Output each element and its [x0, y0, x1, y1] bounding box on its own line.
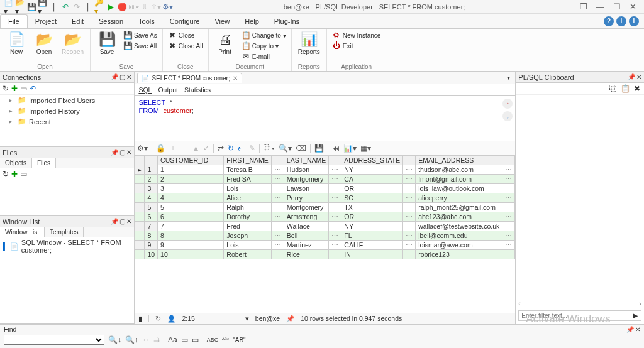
pin-icon[interactable]: 📌 [111, 149, 118, 156]
row-selector[interactable] [135, 250, 145, 259]
cell-menu-icon[interactable]: ⋯ [502, 193, 515, 203]
cell-menu-icon[interactable]: ⋯ [329, 212, 341, 222]
table-row[interactable]: ▸11Teresa B⋯Hudson⋯NY⋯thudson@abc.com⋯ [135, 165, 515, 175]
cell-menu-icon[interactable]: ⋯ [403, 175, 416, 184]
cell[interactable]: Hudson [284, 165, 328, 175]
run-icon[interactable]: ▶ [106, 2, 116, 12]
edit-icon[interactable]: ✎ [249, 144, 255, 153]
expand-icon[interactable]: ▭ [20, 170, 27, 178]
row-selector[interactable] [135, 241, 145, 250]
cell[interactable]: wallacef@testwebsite.co.uk [416, 222, 502, 231]
column-header[interactable]: CUSTOMER_ID [158, 156, 211, 165]
cell[interactable]: robrice123 [416, 250, 502, 259]
cell-menu-icon[interactable]: ⋯ [329, 231, 341, 241]
cell[interactable]: Lois [224, 241, 272, 250]
cell-menu-icon[interactable] [211, 222, 224, 231]
row-selector[interactable] [135, 193, 145, 203]
maximize-icon[interactable]: ☐ [611, 2, 623, 11]
query-icon[interactable]: 🔍▾ [279, 144, 292, 153]
match-case-icon[interactable]: Aa [168, 335, 177, 344]
find-input[interactable] [4, 335, 104, 345]
cell[interactable]: 1 [158, 165, 211, 175]
cell-menu-icon[interactable]: ⋯ [502, 250, 515, 259]
dock-icon[interactable]: ▢ [119, 218, 125, 225]
regex-icon[interactable]: ▭ [181, 335, 188, 344]
column-header[interactable]: EMAIL_ADDRESS [416, 156, 502, 165]
cell[interactable]: 4 [158, 193, 211, 203]
cell-menu-icon[interactable]: ⋯ [403, 250, 416, 259]
chart-icon[interactable]: 📊▾ [343, 144, 357, 153]
cell[interactable]: 3 [158, 184, 211, 193]
opt-quote-icon[interactable]: "AB" [233, 337, 245, 344]
tab-templates[interactable]: Templates [45, 227, 84, 237]
cell-menu-icon[interactable]: ⋯ [502, 165, 515, 175]
email-button[interactable]: ✉E-mail [240, 52, 287, 62]
tab-close-icon[interactable]: ✕ [233, 75, 238, 82]
table-row[interactable]: 33Lois⋯Lawson⋯OR⋯lois_law@outlook.com⋯ [135, 184, 515, 193]
sql-down-icon[interactable]: ↓ [502, 111, 513, 121]
add-row-icon[interactable]: ＋ [169, 143, 177, 153]
cell[interactable]: Dorothy [224, 212, 272, 222]
cell[interactable]: 9 [158, 241, 211, 250]
help-icon[interactable]: ? [604, 16, 614, 26]
result-grid[interactable]: CUSTOMER_ID⋯FIRST_NAME⋯LAST_NAME⋯ADDRESS… [135, 155, 515, 313]
replace-all-icon[interactable]: ⇉ [153, 335, 160, 344]
print-button[interactable]: 🖨Print [213, 30, 238, 57]
status-refresh-icon[interactable]: ↻ [155, 315, 161, 322]
cell-menu-icon[interactable]: ⋯ [502, 222, 515, 231]
cell-menu-icon[interactable]: ⋯ [403, 241, 416, 250]
row-selector[interactable] [135, 231, 145, 241]
cell[interactable]: Ralph [224, 203, 272, 212]
child-restore-icon[interactable]: ❐ [577, 2, 590, 11]
clear-clip-icon[interactable]: ✖ [634, 84, 640, 93]
subtab-statistics[interactable]: Statistics [184, 86, 211, 94]
cell-menu-icon[interactable]: ⋯ [502, 175, 515, 184]
row-selector[interactable] [135, 222, 145, 231]
cell-menu-icon[interactable]: ⋯ [502, 184, 515, 193]
new-file-icon[interactable]: 📄▾ [4, 2, 14, 12]
column-menu-icon[interactable]: ⋯ [211, 156, 224, 165]
clip-scroll[interactable]: ‹› [516, 298, 644, 308]
cell[interactable]: aliceperry [416, 193, 502, 203]
change-to-button[interactable]: 📋Change to▾ [240, 30, 287, 40]
copy-icon[interactable]: ⿻ [609, 84, 617, 93]
menu-tools[interactable]: Tools [131, 15, 162, 28]
expand-icon[interactable]: ▸ [9, 107, 15, 115]
table-row[interactable]: 44Alice⋯Perry⋯SC⋯aliceperry⋯ [135, 193, 515, 203]
tab-objects[interactable]: Objects [0, 158, 32, 168]
cell-menu-icon[interactable]: ⋯ [502, 241, 515, 250]
save-dd-icon[interactable]: 💾▾ [38, 2, 48, 12]
dock-icon[interactable]: ▢ [119, 73, 125, 80]
cell-menu-icon[interactable]: ⋯ [502, 231, 515, 241]
cell[interactable]: 6 [158, 212, 211, 222]
close-panel-icon[interactable]: ✕ [126, 149, 131, 156]
cell-menu-icon[interactable]: ⋯ [329, 250, 341, 259]
cell-menu-icon[interactable]: ⋯ [271, 175, 284, 184]
find-next-icon[interactable]: 🔍↓ [108, 335, 121, 344]
cell[interactable]: Rice [284, 250, 328, 259]
pin-icon[interactable]: 📌 [111, 218, 118, 225]
cell[interactable]: Perry [284, 193, 328, 203]
cell-menu-icon[interactable] [211, 212, 224, 222]
cell-menu-icon[interactable]: ⋯ [502, 203, 515, 212]
nav-first-icon[interactable]: ⏮ [332, 144, 340, 153]
cell[interactable]: Montgomery [284, 203, 328, 212]
cell-menu-icon[interactable] [211, 203, 224, 212]
cell-menu-icon[interactable]: ⋯ [271, 222, 284, 231]
del-row-icon[interactable]: － [180, 143, 188, 153]
cell[interactable]: FL [341, 231, 403, 241]
cell-menu-icon[interactable]: ⋯ [403, 222, 416, 231]
cell[interactable]: NY [341, 222, 403, 231]
menu-edit[interactable]: Edit [64, 15, 91, 28]
cell-menu-icon[interactable]: ⋯ [403, 212, 416, 222]
sql-editor[interactable]: SELECT * FROM customer; ↑ ↓ [135, 96, 515, 141]
cell-menu-icon[interactable]: ⋯ [271, 184, 284, 193]
close-panel-icon[interactable]: ✕ [636, 73, 641, 80]
windowlist-item[interactable]: ▌ 📄 SQL Window - SELECT * FROM customer; [0, 237, 134, 255]
reopen-button[interactable]: 📂Reopen [59, 30, 86, 57]
menu-configure[interactable]: Configure [162, 15, 208, 28]
cell[interactable]: IN [341, 250, 403, 259]
pin-icon[interactable]: 📌 [628, 73, 635, 80]
table-row[interactable]: 1010Robert⋯Rice⋯IN⋯robrice123⋯ [135, 250, 515, 259]
cell-menu-icon[interactable]: ⋯ [271, 212, 284, 222]
